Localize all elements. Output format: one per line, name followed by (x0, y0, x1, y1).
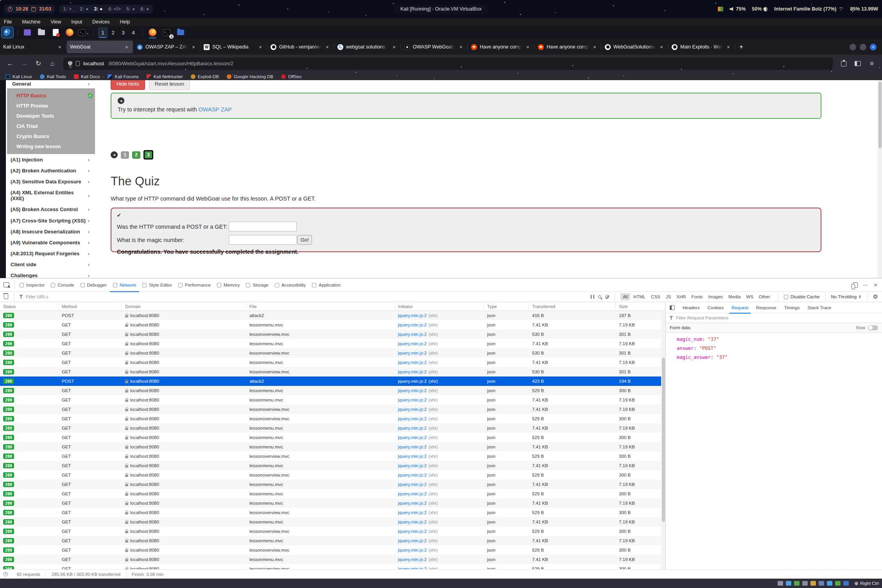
initiator-link[interactable]: jquery.min.js:2 (398, 341, 427, 346)
vbox-menu-item[interactable]: Help (120, 19, 130, 25)
devtools-tab[interactable]: Debugger (77, 278, 110, 292)
workspace-indicator[interactable]: 5: ● (126, 6, 135, 12)
initiator-link[interactable]: jquery.min.js:2 (398, 323, 427, 327)
sidebar-category-item[interactable]: (A2) Broken Authentication › (6, 165, 95, 176)
scrollbar-thumb[interactable] (662, 358, 665, 522)
text-editor-launcher[interactable] (50, 27, 61, 38)
sidebar-lesson-item[interactable]: HTTP Basics ✔ (7, 91, 95, 101)
features-status-icon[interactable] (835, 581, 841, 586)
tab-close-icon[interactable]: × (592, 44, 598, 50)
maximize-button[interactable] (860, 44, 866, 50)
terminal-launcher[interactable]: ⌄ (78, 27, 90, 38)
brightness-icon[interactable] (764, 7, 768, 11)
files-window-button[interactable] (175, 27, 186, 38)
clear-requests-icon[interactable] (4, 294, 8, 299)
initiator-link[interactable]: jquery.min.js:2 (398, 398, 427, 402)
table-row[interactable]: 200 GET localhost:8080 lessonoverview.mv… (0, 452, 665, 461)
display-status-icon[interactable] (819, 581, 824, 586)
hide-hints-button[interactable]: Hide hints (111, 80, 145, 90)
table-row[interactable]: 200 GET localhost:8080 lessonmenu.mvc jq… (0, 489, 665, 498)
browser-tab[interactable]: OWASP ZAP – ZAP i × (134, 41, 200, 53)
tab-close-icon[interactable]: × (658, 44, 665, 50)
new-tab-button[interactable]: + (735, 43, 748, 51)
table-row[interactable]: 200 GET localhost:8080 lessonmenu.mvc jq… (0, 358, 665, 367)
firefox-window-button[interactable] (147, 27, 158, 38)
table-row[interactable]: 200 POST localhost:8080 attack2 jquery.m… (0, 376, 665, 386)
devtools-tab[interactable]: Application (309, 278, 344, 292)
disable-cache-control[interactable]: Disable Cache (784, 294, 820, 299)
initiator-link[interactable]: jquery.min.js:2 (398, 454, 427, 459)
sidebar-lesson-item[interactable]: Developer Tools ✔ (7, 111, 95, 121)
devtools-tab[interactable]: Performance (175, 278, 214, 292)
type-filter-button[interactable]: WS (744, 293, 756, 300)
sidebar-category-item[interactable]: Client side › (6, 259, 95, 270)
optical-drive-icon[interactable] (786, 581, 791, 586)
taskbar-workspace-button[interactable]: 1 (98, 27, 108, 38)
workspace-indicator[interactable]: 6: ● (140, 6, 149, 12)
type-filter-button[interactable]: Other (757, 293, 773, 300)
initiator-link[interactable]: jquery.min.js:2 (398, 445, 427, 449)
workspace-indicator[interactable]: 1: >_ (63, 6, 74, 12)
shared-folders-icon[interactable] (810, 581, 816, 586)
initiator-link[interactable]: jquery.min.js:2 (398, 360, 427, 365)
table-row[interactable]: 200 GET localhost:8080 lessonmenu.mvc jq… (0, 320, 665, 330)
table-row[interactable]: 200 GET localhost:8080 lessonoverview.mv… (0, 527, 665, 536)
show-desktop-button[interactable] (22, 27, 33, 38)
type-filter-button[interactable]: CSS (649, 293, 663, 300)
close-button[interactable]: × (870, 44, 877, 50)
initiator-link[interactable]: jquery.min.js:2 (398, 435, 427, 440)
go-button[interactable]: Go! (298, 235, 312, 245)
page-back-icon[interactable]: ◄ (111, 151, 118, 158)
magic-number-input[interactable] (229, 235, 297, 245)
page-number-button[interactable]: 1 (121, 151, 129, 159)
recording-status-icon[interactable] (827, 581, 832, 586)
tab-close-icon[interactable]: × (190, 44, 197, 50)
vbox-menu-item[interactable]: Machine (22, 19, 40, 25)
table-row[interactable]: 200 POST localhost:8080 attack2 jquery.m… (0, 311, 665, 320)
usb-devices-icon[interactable] (802, 581, 808, 586)
initiator-link[interactable]: jquery.min.js:2 (398, 426, 427, 430)
column-method[interactable]: Method (59, 302, 122, 310)
filter-params-input[interactable]: Filter Request Parameters (676, 316, 728, 320)
initiator-link[interactable]: jquery.min.js:2 (398, 529, 427, 534)
raw-toggle[interactable] (868, 325, 878, 330)
tab-close-icon[interactable]: × (324, 44, 330, 50)
initiator-link[interactable]: jquery.min.js:2 (398, 351, 427, 355)
table-row[interactable]: 200 GET localhost:8080 lessonoverview.mv… (0, 564, 665, 569)
vbox-menu-item[interactable]: File (4, 19, 12, 25)
filter-urls-input[interactable]: Filter URLs (26, 294, 48, 299)
sidebar-category-item[interactable]: Challenges › (6, 270, 95, 278)
reset-lesson-button[interactable]: Reset lesson (149, 80, 190, 90)
volume-icon[interactable] (730, 7, 734, 11)
http-command-input[interactable] (229, 222, 297, 231)
bookmark-item[interactable]: Kali Docs (74, 74, 100, 79)
table-row[interactable]: 200 GET localhost:8080 lessonmenu.mvc jq… (0, 433, 665, 442)
browser-tab[interactable]: WebGoatSolutions/S × (602, 41, 668, 53)
mouse-integration-icon[interactable] (843, 581, 849, 586)
workspace-indicator[interactable]: 3: ● (94, 6, 102, 12)
pick-element-icon[interactable] (4, 282, 9, 287)
search-icon[interactable] (598, 295, 601, 298)
table-row[interactable]: 200 GET localhost:8080 lessonmenu.mvc jq… (0, 461, 665, 470)
browser-tab[interactable]: Have anyone comple × (535, 41, 601, 53)
clock-date-widget[interactable]: 10:28 31/03 (4, 5, 55, 13)
details-tab[interactable]: Cookies (703, 302, 728, 313)
column-transferred[interactable]: Transferred (529, 302, 616, 310)
tab-close-icon[interactable]: × (525, 44, 531, 50)
table-row[interactable]: 200 GET localhost:8080 lessonmenu.mvc jq… (0, 517, 665, 527)
browser-tab[interactable]: Kali Linux × (0, 41, 66, 53)
terminal-window-button[interactable]: 3 (161, 27, 172, 38)
page-number-button[interactable]: 3 (143, 150, 153, 160)
forward-button[interactable]: → (18, 58, 30, 70)
tab-close-icon[interactable]: × (391, 44, 397, 50)
details-tab[interactable]: Request (728, 302, 752, 313)
initiator-link[interactable]: jquery.min.js:2 (398, 501, 427, 506)
devtools-tab[interactable]: Style Editor (139, 278, 175, 292)
type-filter-button[interactable]: JS (663, 293, 673, 300)
table-row[interactable]: 200 GET localhost:8080 lessonmenu.mvc jq… (0, 395, 665, 405)
table-row[interactable]: 200 GET localhost:8080 lessonoverview.mv… (0, 508, 665, 517)
wifi-icon[interactable] (839, 7, 844, 11)
firefox-launcher[interactable] (64, 27, 75, 38)
devtools-tab[interactable]: Storage (243, 278, 271, 292)
table-row[interactable]: 200 GET localhost:8080 lessonoverview.mv… (0, 348, 665, 358)
